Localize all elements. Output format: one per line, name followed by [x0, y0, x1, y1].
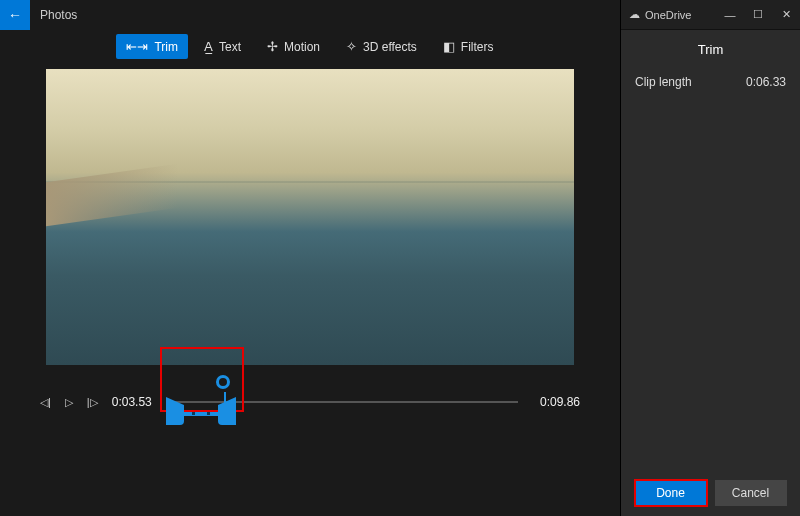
filters-icon: ◧	[443, 39, 455, 54]
effects-label: 3D effects	[363, 40, 417, 54]
main-panel: ← Photos ⇤⇥ Trim A̲ Text ✢ Motion ✧ 3D e…	[0, 0, 620, 516]
titlebar: ← Photos	[0, 0, 620, 30]
playback-controls: ◁| ▷ |▷	[40, 396, 98, 409]
maximize-button[interactable]: ☐	[744, 0, 772, 30]
effects-icon: ✧	[346, 39, 357, 54]
trim-handles	[166, 377, 236, 427]
timeline: ◁| ▷ |▷ 0:03.53 0:09.86	[0, 365, 620, 409]
clip-length-row: Clip length 0:06.33	[621, 69, 800, 95]
toolbar: ⇤⇥ Trim A̲ Text ✢ Motion ✧ 3D effects ◧ …	[0, 30, 620, 69]
playhead-handle[interactable]	[216, 375, 230, 389]
trim-start-handle[interactable]	[166, 405, 184, 425]
done-button[interactable]: Done	[635, 480, 707, 506]
motion-label: Motion	[284, 40, 320, 54]
play-button[interactable]: ▷	[65, 396, 73, 409]
selected-segment	[184, 412, 218, 416]
beach-shape	[46, 163, 178, 226]
clip-length-label: Clip length	[635, 75, 692, 89]
clip-length-value: 0:06.33	[746, 75, 786, 89]
minimize-button[interactable]: —	[716, 0, 744, 30]
side-panel: ☁ OneDrive — ☐ ✕ Trim Clip length 0:06.3…	[620, 0, 800, 516]
motion-tool-button[interactable]: ✢ Motion	[257, 34, 330, 59]
close-button[interactable]: ✕	[772, 0, 800, 30]
text-tool-button[interactable]: A̲ Text	[194, 34, 251, 59]
text-label: Text	[219, 40, 241, 54]
3d-effects-tool-button[interactable]: ✧ 3D effects	[336, 34, 427, 59]
footer-buttons: Done Cancel	[621, 470, 800, 516]
previous-frame-button[interactable]: ◁|	[40, 396, 51, 409]
trim-label: Trim	[154, 40, 178, 54]
back-button[interactable]: ←	[0, 0, 30, 30]
cancel-button[interactable]: Cancel	[715, 480, 787, 506]
window-title: OneDrive	[645, 9, 691, 21]
trim-track[interactable]	[166, 401, 518, 403]
next-frame-button[interactable]: |▷	[87, 396, 98, 409]
panel-title: Trim	[621, 30, 800, 69]
app-title: Photos	[30, 8, 77, 22]
trim-icon: ⇤⇥	[126, 39, 148, 54]
trim-end-handle[interactable]	[218, 405, 236, 425]
side-titlebar: ☁ OneDrive — ☐ ✕	[621, 0, 800, 30]
cloud-icon: ☁	[629, 8, 640, 21]
current-time: 0:03.53	[112, 395, 152, 409]
filters-tool-button[interactable]: ◧ Filters	[433, 34, 504, 59]
text-icon: A̲	[204, 39, 213, 54]
window-controls: — ☐ ✕	[716, 0, 800, 30]
back-arrow-icon: ←	[8, 7, 22, 23]
motion-icon: ✢	[267, 39, 278, 54]
end-time: 0:09.86	[540, 395, 580, 409]
video-preview[interactable]	[46, 69, 574, 365]
filters-label: Filters	[461, 40, 494, 54]
trim-tool-button[interactable]: ⇤⇥ Trim	[116, 34, 188, 59]
